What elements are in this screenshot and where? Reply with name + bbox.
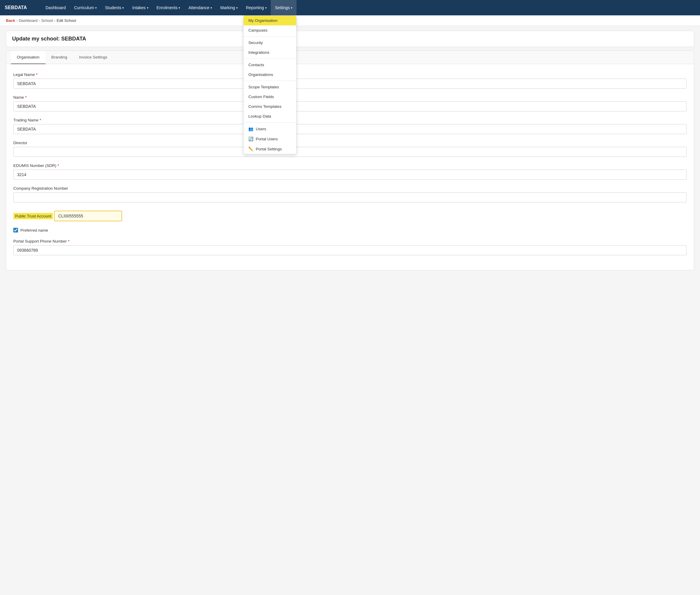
users-icon: 👥 <box>248 126 253 131</box>
settings-dropdown-menu: My Organisation Campuses Security Integr… <box>243 16 296 154</box>
preferred-name-label: Preferred name <box>20 228 48 232</box>
nav-enrolments[interactable]: Enrolments ▾ <box>153 0 185 16</box>
nav-attendance[interactable]: Attendance ▾ <box>184 0 216 16</box>
form-group-public-trust: Public Trust Account <box>13 209 687 221</box>
input-name[interactable] <box>13 101 687 111</box>
dropdown-divider-2 <box>244 58 296 59</box>
form-group-trading-name: Trading Name * <box>13 118 687 134</box>
dropdown-item-security[interactable]: Security <box>244 38 296 48</box>
form-card: Organisation Branding Invoice Settings L… <box>6 51 694 270</box>
portal-phone-required: * <box>68 239 70 244</box>
marking-caret: ▾ <box>236 6 238 9</box>
breadcrumb-sep-1: › <box>16 18 18 23</box>
breadcrumb-sep-2: › <box>39 18 40 23</box>
dropdown-item-lookup-data[interactable]: Lookup Data <box>244 111 296 121</box>
form-body: Legal Name * Name * Trading Name * <box>6 64 694 270</box>
form-group-director: Director <box>13 141 687 157</box>
tab-branding[interactable]: Branding <box>46 51 73 64</box>
label-portal-phone: Portal Support Phone Number * <box>13 239 687 244</box>
label-company-reg: Company Registration Number <box>13 186 687 191</box>
enrolments-caret: ▾ <box>179 6 180 9</box>
nav-settings[interactable]: Settings ▾ <box>271 0 297 16</box>
breadcrumb-school[interactable]: School <box>41 18 53 23</box>
settings-dropdown-container: Settings ▾ My Organisation Campuses Secu… <box>271 0 297 16</box>
form-group-legal-name: Legal Name * <box>13 73 687 89</box>
form-group-portal-phone: Portal Support Phone Number * <box>13 239 687 255</box>
dropdown-item-contacts[interactable]: Contacts <box>244 60 296 70</box>
dropdown-item-scope-templates[interactable]: Scope Templates <box>244 82 296 92</box>
dropdown-divider-1 <box>244 36 296 37</box>
breadcrumb-edit-school: Edit School <box>56 18 76 23</box>
input-director[interactable] <box>13 147 687 157</box>
label-trading-name: Trading Name * <box>13 118 687 122</box>
dropdown-item-my-organisation[interactable]: My Organisation <box>244 16 296 25</box>
tab-organisation[interactable]: Organisation <box>11 51 46 64</box>
students-caret: ▾ <box>123 6 124 9</box>
nav-items: Dashboard Curriculum ▾ Students ▾ Intake… <box>42 0 296 16</box>
nav-curriculum[interactable]: Curriculum ▾ <box>70 0 101 16</box>
dropdown-item-portal-users[interactable]: 🔄 Portal Users <box>244 134 296 144</box>
dropdown-item-integrations[interactable]: Integrations <box>244 48 296 57</box>
label-edumis: EDUMIS Number (SDR) * <box>13 163 687 168</box>
label-name: Name * <box>13 95 687 100</box>
dropdown-item-custom-fields[interactable]: Custom Fields <box>244 92 296 102</box>
dropdown-item-users[interactable]: 👥 Users <box>244 124 296 134</box>
tabs-bar: Organisation Branding Invoice Settings <box>6 51 694 64</box>
preferred-name-checkbox[interactable] <box>13 228 18 232</box>
dropdown-item-organisations[interactable]: Organisations <box>244 70 296 80</box>
input-legal-name[interactable] <box>13 79 687 89</box>
nav-intakes[interactable]: Intakes ▾ <box>128 0 152 16</box>
input-trading-name[interactable] <box>13 124 687 134</box>
intakes-caret: ▾ <box>147 6 149 9</box>
tab-invoice-settings[interactable]: Invoice Settings <box>73 51 113 64</box>
breadcrumb-back-link[interactable]: Back <box>6 18 15 23</box>
attendance-caret: ▾ <box>211 6 212 9</box>
label-public-trust: Public Trust Account <box>13 213 53 219</box>
input-portal-phone[interactable] <box>13 245 687 255</box>
edumis-required: * <box>58 163 59 168</box>
breadcrumb-dashboard[interactable]: Dashboard <box>19 18 37 23</box>
reporting-caret: ▾ <box>265 6 267 9</box>
portal-users-icon: 🔄 <box>248 137 253 141</box>
form-group-name: Name * <box>13 95 687 111</box>
dropdown-divider-3 <box>244 81 296 81</box>
page-title-card: Update my school: SEBDATA <box>6 31 694 47</box>
name-required: * <box>25 95 27 100</box>
nav-students[interactable]: Students ▾ <box>101 0 128 16</box>
page-title: Update my school: SEBDATA <box>12 36 688 42</box>
app-brand: SEBDATA <box>5 5 34 10</box>
input-edumis[interactable] <box>13 170 687 180</box>
breadcrumb-sep-3: › <box>54 18 55 23</box>
breadcrumb: Back › Dashboard › School › Edit School <box>0 16 700 26</box>
nav-marking[interactable]: Marking ▾ <box>216 0 242 16</box>
nav-dashboard[interactable]: Dashboard <box>42 0 70 16</box>
label-legal-name: Legal Name * <box>13 73 687 77</box>
portal-settings-icon: ✏️ <box>248 146 253 151</box>
nav-reporting[interactable]: Reporting ▾ <box>242 0 271 16</box>
form-group-edumis: EDUMIS Number (SDR) * <box>13 163 687 180</box>
curriculum-caret: ▾ <box>95 6 97 9</box>
form-group-company-reg: Company Registration Number <box>13 186 687 202</box>
top-navigation: SEBDATA Dashboard Curriculum ▾ Students … <box>0 0 700 16</box>
dropdown-item-portal-settings[interactable]: ✏️ Portal Settings <box>244 144 296 154</box>
input-company-reg[interactable] <box>13 192 687 202</box>
preferred-name-row: Preferred name <box>13 228 687 232</box>
dropdown-item-comms-templates[interactable]: Comms Templates <box>244 102 296 111</box>
dropdown-item-campuses[interactable]: Campuses <box>244 25 296 35</box>
label-director: Director <box>13 141 687 145</box>
legal-name-required: * <box>36 73 37 77</box>
settings-caret: ▾ <box>291 6 292 9</box>
input-public-trust[interactable] <box>54 210 122 221</box>
page-container: Update my school: SEBDATA Organisation B… <box>0 26 700 275</box>
trading-name-required: * <box>39 118 41 122</box>
